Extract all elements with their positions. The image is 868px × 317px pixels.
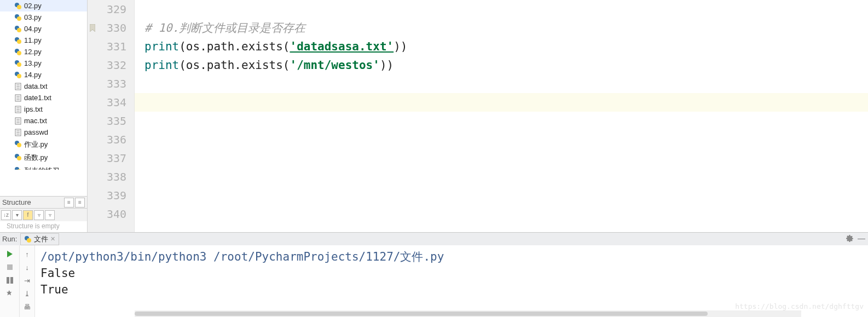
svg-point-3 (17, 16, 21, 21)
watermark: https://blog.csdn.net/dghfttgv (735, 298, 864, 315)
file-name: date1.txt (24, 94, 51, 102)
editor-gutter[interactable]: 329330331332333334335336337338339340 (88, 0, 135, 232)
file-item[interactable]: 14.py (0, 69, 87, 80)
file-name: 04.py (24, 25, 42, 33)
file-item[interactable]: 04.py (0, 23, 87, 34)
structure-sort2-icon[interactable]: ≡ (75, 198, 85, 208)
svg-point-1 (17, 5, 21, 9)
code-line (135, 0, 868, 19)
file-item[interactable]: passwd (0, 126, 87, 138)
file-item[interactable]: date1.txt (0, 92, 87, 103)
code-line-current (135, 93, 868, 112)
console-output[interactable]: /opt/python3/bin/python3 /root/PycharmPr… (35, 245, 868, 317)
line-number[interactable]: 335 (88, 112, 134, 130)
svg-point-41 (27, 238, 31, 243)
file-list[interactable]: 02.py03.py04.py11.py12.py13.py14.pydata.… (0, 0, 87, 196)
code-line: print(os.path.exists('datadsasa.txt')) (135, 37, 868, 56)
code-editor[interactable]: 329330331332333334335336337338339340 # 1… (88, 0, 868, 232)
code-line (135, 149, 868, 168)
run-icon[interactable] (4, 249, 15, 260)
file-item[interactable]: 11.py (0, 34, 87, 46)
python-file-icon (24, 235, 32, 243)
svg-rect-42 (7, 264, 13, 270)
up-icon[interactable]: ↑ (22, 249, 33, 260)
file-item[interactable]: 13.py (0, 57, 87, 69)
file-name: 函数.py (24, 153, 48, 162)
print-icon[interactable]: 🖶 (22, 301, 33, 312)
file-item[interactable]: 函数.py (0, 151, 87, 164)
line-number[interactable]: 329 (88, 0, 134, 19)
file-name: data.txt (24, 82, 48, 90)
console-command: /opt/python3/bin/python3 /root/PycharmPr… (40, 249, 863, 265)
code-line (135, 186, 868, 205)
structure-header[interactable]: Structure ≡ ≡ (0, 196, 87, 208)
down-icon[interactable]: ↓ (22, 262, 33, 273)
code-area[interactable]: # 10.判断文件或目录是否存在 print(os.path.exists('d… (135, 0, 868, 232)
code-line (135, 74, 868, 93)
structure-az-icon[interactable]: ↓z (1, 210, 11, 220)
console-panel: ↑ ↓ ⇥ ⤓ 🖶 /opt/python3/bin/python3 /root… (0, 245, 868, 317)
svg-rect-43 (7, 277, 9, 284)
file-name: 作业.py (24, 140, 48, 148)
line-number[interactable]: 337 (88, 149, 134, 168)
line-number[interactable]: 332 (88, 56, 134, 74)
console-actions-right: ↑ ↓ ⇥ ⤓ 🖶 (20, 245, 35, 317)
gear-icon[interactable] (845, 234, 854, 243)
file-name: 列表的练习 (24, 166, 60, 170)
svg-point-37 (17, 156, 21, 160)
file-name: passwd (24, 128, 48, 136)
layout-icon[interactable] (4, 275, 15, 286)
bookmark-icon (90, 24, 95, 32)
structure-sort-icon[interactable]: ≡ (64, 198, 74, 208)
file-name: mac.txt (24, 117, 47, 125)
file-name: 13.py (24, 59, 42, 67)
line-number[interactable]: 336 (88, 130, 134, 149)
line-number[interactable]: 331 (88, 37, 134, 56)
code-line (135, 112, 868, 130)
file-item[interactable]: 列表的练习 (0, 164, 87, 170)
structure-filter1-icon[interactable]: ▾ (12, 210, 22, 220)
structure-filter-f-icon[interactable]: f (23, 210, 33, 220)
run-label: Run: (0, 235, 20, 243)
run-tool-bar: Run: 文件 ✕ — (0, 232, 868, 245)
structure-filter3-icon[interactable]: ▿ (45, 210, 55, 220)
close-icon[interactable]: ✕ (50, 235, 55, 243)
scroll-icon[interactable]: ⤓ (22, 288, 33, 299)
svg-point-13 (17, 74, 21, 78)
wrap-icon[interactable]: ⇥ (22, 275, 33, 286)
file-item[interactable]: ips.txt (0, 103, 87, 115)
file-item[interactable]: 作业.py (0, 138, 87, 151)
minimize-icon[interactable]: — (857, 234, 866, 243)
line-number[interactable]: 339 (88, 186, 134, 205)
file-item[interactable]: 03.py (0, 11, 87, 23)
run-tab-label: 文件 (34, 234, 48, 244)
code-line (135, 130, 868, 149)
code-line (135, 205, 868, 223)
file-item[interactable]: 02.py (0, 0, 87, 11)
run-tab[interactable]: 文件 ✕ (20, 233, 59, 245)
line-number[interactable]: 334 (88, 93, 134, 112)
stop-icon[interactable] (4, 262, 15, 273)
svg-point-5 (17, 28, 21, 32)
structure-filter2-icon[interactable]: ▿ (34, 210, 44, 220)
line-number[interactable]: 340 (88, 205, 134, 223)
console-line: True (40, 281, 863, 298)
line-number[interactable]: 338 (88, 168, 134, 186)
pin-icon[interactable] (4, 288, 15, 299)
file-item[interactable]: mac.txt (0, 115, 87, 126)
file-item[interactable]: 12.py (0, 46, 87, 57)
file-name: 12.py (24, 48, 42, 56)
svg-rect-44 (10, 277, 13, 284)
console-line: False (40, 265, 863, 281)
structure-toolbar: ↓z ▾ f ▿ ▿ (0, 208, 87, 221)
line-number[interactable]: 330 (88, 19, 134, 37)
line-number[interactable]: 333 (88, 74, 134, 93)
console-actions-left (0, 245, 20, 317)
file-name: ips.txt (24, 105, 43, 113)
file-name: 14.py (24, 71, 42, 79)
structure-empty-label: Structure is empty (0, 221, 87, 232)
code-line: # 10.判断文件或目录是否存在 (135, 19, 868, 37)
file-name: 02.py (24, 2, 42, 10)
structure-label: Structure (2, 198, 31, 206)
file-item[interactable]: data.txt (0, 80, 87, 92)
